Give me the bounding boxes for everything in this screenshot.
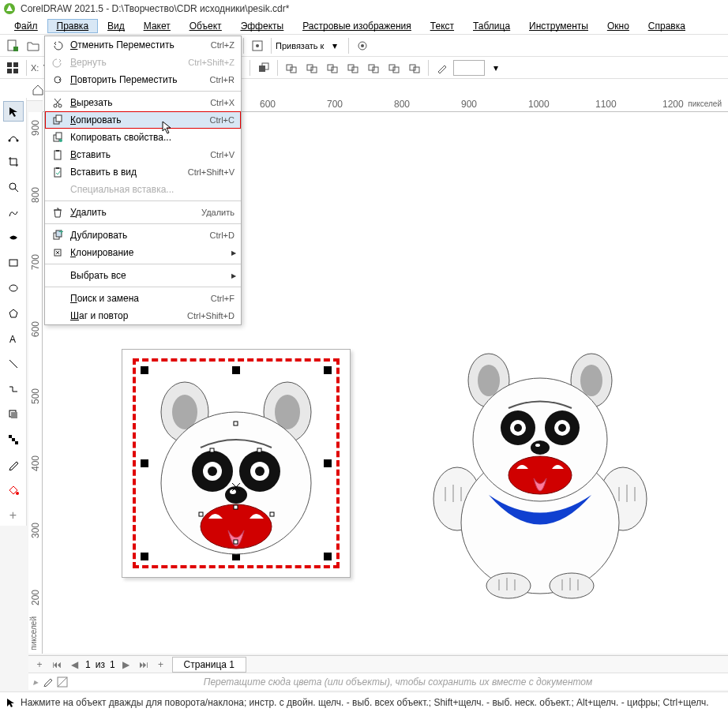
menu-file[interactable]: Файл: [5, 19, 47, 33]
outline-dropdown[interactable]: ▾: [486, 58, 505, 77]
menu-edit[interactable]: Правка: [47, 19, 99, 33]
menu-item-шаг-и-повтор[interactable]: Шаг и повторCtrl+Shift+D: [45, 307, 241, 324]
no-fill-swatch[interactable]: [57, 676, 68, 688]
crop-tool[interactable]: [3, 152, 24, 172]
snap-dropdown[interactable]: ▾: [325, 36, 344, 55]
document-palette[interactable]: ▸ Перетащите сюда цвета (или объекты), ч…: [28, 673, 728, 690]
menu-item-повторить-переместить[interactable]: Повторить ПереместитьCtrl+R: [45, 71, 241, 88]
eyedropper-tool[interactable]: [3, 455, 24, 475]
menu-item-label: Шаг и повтор: [67, 310, 187, 321]
ellipse-tool[interactable]: [3, 278, 24, 298]
new-doc-button[interactable]: [3, 36, 22, 55]
menu-item-клонирование[interactable]: Клонирование▶: [45, 244, 241, 261]
page-last[interactable]: ⏭: [137, 658, 150, 671]
selection-handle-se[interactable]: [324, 553, 332, 560]
copy-icon: [48, 114, 67, 126]
menu-table[interactable]: Таблица: [463, 19, 520, 33]
outline-width-field[interactable]: [453, 60, 485, 76]
page-add-before[interactable]: +: [33, 658, 46, 671]
ruler-h-unit: пикселей: [688, 99, 722, 108]
transparency-tool[interactable]: [3, 429, 24, 450]
menu-item-shortcut: Удалить: [201, 208, 235, 217]
menu-item-копировать[interactable]: КопироватьCtrl+C: [45, 111, 241, 129]
menu-effects[interactable]: Эффекты: [231, 19, 294, 33]
artwork-dog-full[interactable]: [422, 349, 659, 601]
titlebar: CorelDRAW 2021.5 - D:\Творчество\CDR исх…: [0, 0, 728, 17]
selection-handle-nw[interactable]: [141, 366, 148, 374]
page-add-after[interactable]: +: [155, 658, 167, 671]
zoom-tool[interactable]: [3, 177, 24, 197]
artwork-dog-face-selected[interactable]: [153, 373, 319, 562]
freehand-tool[interactable]: [3, 202, 24, 223]
menu-item-вставить[interactable]: ВставитьCtrl+V: [45, 146, 241, 163]
menu-layout[interactable]: Макет: [134, 19, 180, 33]
menu-item-вырезать[interactable]: ВырезатьCtrl+X: [45, 94, 241, 111]
menu-item-label: Копировать свойства...: [67, 132, 235, 143]
preset-button[interactable]: [3, 58, 22, 77]
menu-tools[interactable]: Инструменты: [520, 19, 598, 33]
menu-item-label: Специальная вставка...: [67, 184, 235, 195]
selection-handle-sw[interactable]: [141, 553, 148, 560]
intersect-button[interactable]: [323, 58, 342, 77]
ruler-tick: 200: [30, 590, 41, 605]
connector-tool[interactable]: [3, 379, 24, 399]
dimension-tool[interactable]: [3, 354, 24, 374]
menu-item-shortcut: Ctrl+V: [210, 150, 235, 159]
shape-tool[interactable]: [3, 126, 24, 147]
fill-tool[interactable]: [3, 480, 24, 500]
page-first[interactable]: ⏮: [51, 658, 63, 671]
polygon-tool[interactable]: [3, 303, 24, 324]
menu-object[interactable]: Объект: [180, 19, 231, 33]
svg-rect-75: [257, 448, 261, 452]
menu-view[interactable]: Вид: [98, 19, 134, 33]
back-minus-front-button[interactable]: [385, 58, 403, 77]
order-front-button[interactable]: [254, 58, 273, 77]
svg-rect-12: [13, 62, 18, 67]
text-tool[interactable]: A: [3, 328, 24, 349]
selection-handle-w[interactable]: [141, 459, 148, 467]
svg-rect-55: [9, 435, 12, 438]
svg-point-66: [208, 467, 217, 476]
svg-rect-42: [56, 167, 59, 169]
artistic-media-tool[interactable]: [3, 227, 24, 248]
page-prev[interactable]: ◀: [68, 658, 81, 671]
outline-pen-button[interactable]: [433, 58, 452, 77]
menu-item-поиск-и-замена[interactable]: Поиск и заменаCtrl+F: [45, 290, 241, 307]
submenu-arrow-icon: ▶: [231, 249, 236, 257]
ruler-tick: 800: [394, 99, 410, 110]
pick-tool[interactable]: [3, 101, 24, 122]
drop-shadow-tool[interactable]: [3, 404, 24, 425]
options-button[interactable]: [248, 36, 267, 55]
svg-rect-35: [56, 115, 62, 122]
boundary-button[interactable]: [405, 58, 424, 77]
page-next[interactable]: ▶: [120, 658, 133, 671]
duplicate-icon: +: [48, 230, 67, 241]
menu-item-копировать-свойства-[interactable]: Копировать свойства...: [45, 129, 241, 146]
menu-text[interactable]: Текст: [421, 19, 463, 33]
menu-item-дублировать[interactable]: +ДублироватьCtrl+D: [45, 227, 241, 244]
menu-item-label: Поиск и замена: [67, 293, 211, 304]
menu-item-выбрать-все[interactable]: Выбрать все▶: [45, 267, 241, 284]
eyedropper-icon[interactable]: [43, 677, 52, 687]
ruler-tick: 500: [30, 388, 41, 404]
menu-help[interactable]: Справка: [639, 19, 695, 33]
menu-item-удалить[interactable]: УдалитьУдалить: [45, 204, 241, 221]
selection-handle-e[interactable]: [324, 459, 332, 467]
submenu-arrow-icon: ▶: [231, 272, 236, 279]
menu-item-вставить-в-вид[interactable]: Вставить в видCtrl+Shift+V: [45, 163, 241, 181]
rectangle-tool[interactable]: [3, 253, 24, 273]
weld-button[interactable]: [282, 58, 301, 77]
palette-arrow[interactable]: ▸: [33, 676, 38, 688]
front-minus-back-button[interactable]: [364, 58, 383, 77]
settings-button[interactable]: [353, 36, 372, 55]
page-tab-1[interactable]: Страница 1: [172, 657, 246, 673]
selection-handle-ne[interactable]: [324, 366, 332, 374]
trim-button[interactable]: [302, 58, 321, 77]
svg-rect-73: [234, 422, 238, 425]
plus-tool[interactable]: +: [3, 505, 24, 526]
menu-window[interactable]: Окно: [598, 19, 639, 33]
open-button[interactable]: [24, 36, 43, 55]
menu-item-отменить-переместить[interactable]: Отменить ПереместитьCtrl+Z: [45, 36, 241, 54]
menu-bitmaps[interactable]: Растровые изображения: [293, 19, 421, 33]
simplify-button[interactable]: [343, 58, 362, 77]
